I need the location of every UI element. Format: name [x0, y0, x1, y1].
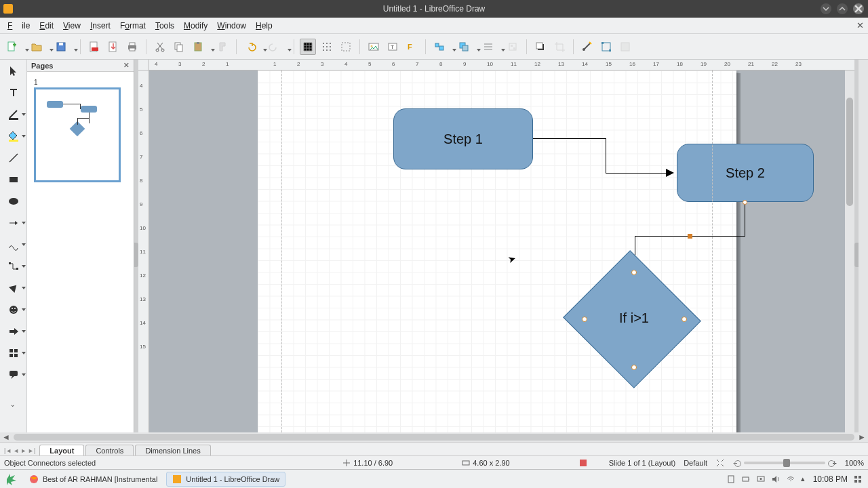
page-thumbnail[interactable]	[34, 87, 121, 182]
window-close-button[interactable]	[853, 3, 864, 14]
crop-button[interactable]	[551, 39, 568, 55]
pointer-tool[interactable]	[5, 65, 22, 77]
arrow-tool[interactable]	[5, 217, 22, 229]
selection-handle[interactable]	[631, 270, 637, 275]
flowchart-shapes-tool[interactable]	[5, 347, 22, 359]
selection-handle[interactable]	[688, 234, 692, 239]
brightness-tray-icon[interactable]	[756, 474, 766, 484]
shadow-button[interactable]	[532, 39, 549, 55]
redo-button[interactable]	[267, 39, 288, 55]
volume-tray-icon[interactable]	[771, 474, 781, 484]
ellipse-tool[interactable]	[5, 195, 22, 207]
fit-page-button[interactable]	[715, 458, 725, 468]
connector-1-seg[interactable]	[606, 173, 668, 174]
basic-shapes-tool[interactable]	[5, 282, 22, 294]
insert-image-button[interactable]	[366, 39, 382, 55]
callout-shapes-tool[interactable]	[5, 369, 22, 381]
tab-nav-buttons[interactable]: |◄◄►►|	[1, 447, 39, 455]
svg-point-47	[9, 198, 18, 205]
rectangle-tool[interactable]	[5, 174, 22, 186]
new-document-button[interactable]	[4, 39, 26, 55]
tab-dimension-lines[interactable]: Dimension Lines	[135, 445, 210, 455]
connector-1[interactable]	[533, 138, 606, 139]
export-direct-button[interactable]	[105, 39, 121, 55]
block-arrows-tool[interactable]	[5, 325, 22, 338]
pages-panel-close-icon[interactable]: ✕	[123, 61, 130, 70]
tray-expand-icon[interactable]: ▴	[801, 474, 805, 483]
menu-help[interactable]: Help	[251, 20, 277, 32]
grid-toggle-button[interactable]	[300, 39, 316, 55]
menu-edit[interactable]: Edit	[35, 20, 58, 32]
taskbar-item-firefox[interactable]: Best of AR RAHMAN [Instrumental	[23, 472, 163, 487]
save-button[interactable]	[53, 39, 75, 55]
curve-tool[interactable]	[5, 239, 22, 251]
export-pdf-button[interactable]	[86, 39, 102, 55]
wifi-tray-icon[interactable]	[786, 474, 795, 484]
battery-tray-icon[interactable]	[741, 474, 751, 484]
drawing-page[interactable]: Step 1 Step 2 If i>1	[258, 70, 736, 432]
arrange-button[interactable]	[456, 39, 477, 55]
menu-format[interactable]: Format	[115, 20, 151, 32]
text-tool[interactable]	[5, 87, 22, 99]
glue-points-button[interactable]	[617, 39, 633, 55]
window-minimize-button[interactable]	[821, 3, 831, 14]
ruler-vertical[interactable]: 456789101112131415	[138, 70, 149, 432]
selection-handle[interactable]	[743, 200, 747, 205]
svg-rect-33	[462, 45, 468, 51]
shape-step2[interactable]: Step 2	[677, 144, 814, 202]
cut-button[interactable]	[152, 39, 168, 55]
group-button[interactable]	[505, 39, 521, 55]
open-button[interactable]	[28, 39, 50, 55]
selection-handle[interactable]	[631, 365, 637, 370]
more-tools[interactable]	[5, 390, 22, 403]
menu-file[interactable]: File	[3, 20, 35, 32]
connector-1-seg[interactable]	[606, 138, 606, 174]
tab-controls[interactable]: Controls	[85, 445, 134, 455]
taskbar-clock[interactable]: 10:08 PM	[813, 474, 848, 484]
show-desktop-icon[interactable]	[853, 474, 863, 484]
tab-layout[interactable]: Layout	[39, 445, 84, 455]
line-color-tool[interactable]	[5, 108, 22, 121]
window-maximize-button[interactable]	[837, 3, 848, 14]
undo-button[interactable]	[242, 39, 264, 55]
svg-rect-57	[9, 371, 18, 376]
right-sidebar-scroll[interactable]	[859, 60, 868, 432]
menu-insert[interactable]: Insert	[85, 20, 115, 32]
fontwork-button[interactable]: F	[403, 39, 420, 55]
ruler-horizontal[interactable]: 4321123456789101112131415161718192021222…	[149, 60, 854, 70]
horizontal-scrollbar[interactable]: ◄►	[0, 432, 868, 442]
distribute-button[interactable]	[480, 39, 502, 55]
close-document-button[interactable]: ✕	[856, 20, 864, 30]
copy-button[interactable]	[171, 39, 187, 55]
print-button[interactable]	[124, 39, 140, 55]
snap-grid-button[interactable]	[319, 39, 335, 55]
taskbar-item-draw[interactable]: Untitled 1 - LibreOffice Draw	[166, 472, 285, 487]
zoom-value[interactable]: 100%	[845, 459, 864, 467]
right-splitter[interactable]	[854, 60, 859, 432]
menu-window[interactable]: Window	[212, 20, 251, 32]
selection-handle[interactable]	[682, 317, 687, 322]
symbol-shapes-tool[interactable]	[5, 304, 22, 316]
line-tool[interactable]	[5, 152, 22, 164]
status-modified-icon	[579, 459, 587, 467]
filter-button[interactable]	[579, 39, 595, 55]
insert-textbox-button[interactable]: T	[384, 39, 401, 55]
selection-handle[interactable]	[582, 317, 587, 322]
canvas-viewport[interactable]: Step 1 Step 2 If i>1	[149, 70, 845, 432]
guides-button[interactable]	[338, 39, 354, 55]
fill-color-tool[interactable]	[5, 130, 22, 142]
menu-view[interactable]: View	[58, 20, 85, 32]
clipboard-tray-icon[interactable]	[726, 474, 736, 484]
paste-button[interactable]	[190, 39, 212, 55]
menu-modify[interactable]: Modify	[179, 20, 212, 32]
connector-tool[interactable]	[5, 260, 22, 272]
vertical-scrollbar[interactable]	[845, 70, 854, 432]
menu-tools[interactable]: Tools	[151, 20, 179, 32]
clone-format-button[interactable]	[214, 39, 231, 55]
kde-start-icon[interactable]	[4, 472, 19, 487]
shape-step1[interactable]: Step 1	[393, 108, 533, 169]
zoom-slider[interactable]	[744, 462, 825, 464]
connector-2[interactable]	[745, 202, 745, 236]
edit-points-button[interactable]	[598, 39, 614, 55]
align-objects-button[interactable]	[431, 39, 453, 55]
